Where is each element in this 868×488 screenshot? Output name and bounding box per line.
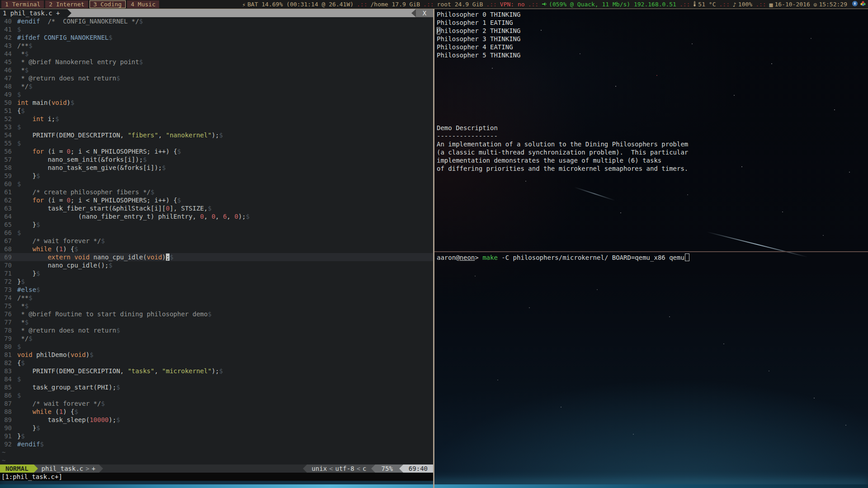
code-line-58[interactable]: 58 nano_task_sem_give(&forks[i]);$ bbox=[0, 164, 433, 172]
code-line-63[interactable]: 63 task_fiber_start(&philStack[i][0], ST… bbox=[0, 204, 433, 212]
vim-editor-window[interactable]: 1 phil_task.c + X 40#endif /* CONFIG_NAN… bbox=[0, 9, 433, 481]
code-line-82[interactable]: 82{$ bbox=[0, 359, 433, 367]
tray-pinwheel-icon[interactable] bbox=[860, 0, 866, 8]
line-number: 92 bbox=[3, 440, 12, 448]
code-line-52[interactable]: 52 int i;$ bbox=[0, 115, 433, 123]
code-line-76[interactable]: 76 * @brief Routine to start dining phil… bbox=[0, 310, 433, 318]
workspace-terminal[interactable]: 1 Terminal bbox=[1, 0, 44, 8]
code-line-59[interactable]: 59 }$ bbox=[0, 172, 433, 180]
code-line-87[interactable]: 87 /* wait forever */$ bbox=[0, 399, 433, 408]
code-line-77[interactable]: 77 *$ bbox=[0, 318, 433, 326]
eol-marker: $ bbox=[40, 441, 44, 448]
pane-divider[interactable] bbox=[433, 9, 434, 488]
code-line-46[interactable]: 46 *$ bbox=[0, 66, 433, 74]
line-number: 86 bbox=[3, 391, 12, 399]
code-line-56[interactable]: 56 for (i = 0; i < N_PHILOSOPHERS; i++) … bbox=[0, 147, 433, 155]
tray-drop-icon[interactable] bbox=[852, 0, 858, 8]
eol-marker: $ bbox=[36, 270, 40, 277]
empty-buffer-area: ~~ bbox=[0, 448, 433, 465]
code-line-60[interactable]: 60$ bbox=[0, 180, 433, 188]
code-line-40[interactable]: 40#endif /* CONFIG_NANOKERNEL */$ bbox=[0, 17, 433, 25]
code-line-62[interactable]: 62 for (i = 0; i < N_PHILOSOPHERS; i++) … bbox=[0, 196, 433, 204]
workspace-coding[interactable]: 3 Coding bbox=[90, 0, 126, 8]
scroll-percent: 75% bbox=[375, 465, 399, 473]
code-line-75[interactable]: 75 *$ bbox=[0, 302, 433, 310]
code-line-50[interactable]: 50int main(void)$ bbox=[0, 99, 433, 107]
code-line-54[interactable]: 54 PRINTF(DEMO_DESCRIPTION, "fibers", "n… bbox=[0, 131, 433, 139]
code-line-69[interactable]: 69 extern void nano_cpu_idle(void);$ bbox=[0, 253, 433, 261]
line-number: 75 bbox=[3, 302, 12, 310]
statusline-fileinfo: unix<utf-8<c bbox=[307, 465, 371, 473]
separator: .:: bbox=[752, 1, 769, 8]
code-line-70[interactable]: 70 nano_cpu_idle();$ bbox=[0, 261, 433, 269]
philosopher-status-0: Philosopher 0 THINKING bbox=[434, 10, 868, 19]
eol-marker: $ bbox=[17, 392, 21, 399]
code-lines[interactable]: 40#endif /* CONFIG_NANOKERNEL */$41$42#i… bbox=[0, 17, 433, 448]
line-number: 81 bbox=[3, 351, 12, 359]
code-line-51[interactable]: 51{$ bbox=[0, 107, 433, 115]
line-number: 52 bbox=[3, 115, 12, 123]
code-line-45[interactable]: 45 * @brief Nanokernel entry point$ bbox=[0, 58, 433, 66]
tab-arrow-separator bbox=[67, 9, 71, 17]
shell-prompt[interactable]: aaron@neon> make -C philosophers/microke… bbox=[434, 253, 868, 262]
philosopher-status-3: Philosopher 3 THINKING bbox=[434, 35, 868, 43]
code-line-44[interactable]: 44 *$ bbox=[0, 50, 433, 58]
code-line-66[interactable]: 66$ bbox=[0, 229, 433, 237]
powerline-arrow bbox=[99, 465, 103, 473]
line-number: 79 bbox=[3, 334, 12, 343]
eol-marker: $ bbox=[116, 75, 120, 82]
demo-title: Demo Description bbox=[434, 124, 868, 132]
eol-marker: $ bbox=[36, 286, 40, 293]
line-number: 68 bbox=[3, 245, 12, 253]
eol-marker: $ bbox=[25, 66, 28, 74]
close-arrow-separator bbox=[411, 9, 416, 17]
code-line-42[interactable]: 42#ifdef CONFIG_NANOKERNEL$ bbox=[0, 33, 433, 42]
code-line-88[interactable]: 88 while (1) {$ bbox=[0, 408, 433, 416]
workspace-internet[interactable]: 2 Internet bbox=[45, 0, 88, 8]
code-line-61[interactable]: 61 /* create philosopher fibers */$ bbox=[0, 188, 433, 196]
code-line-72[interactable]: 72}$ bbox=[0, 277, 433, 286]
code-line-53[interactable]: 53$ bbox=[0, 123, 433, 131]
eol-marker: $ bbox=[208, 310, 211, 318]
code-line-43[interactable]: 43/**$ bbox=[0, 42, 433, 50]
code-line-68[interactable]: 68 while (1) {$ bbox=[0, 245, 433, 253]
code-line-48[interactable]: 48 */$ bbox=[0, 82, 433, 90]
code-line-85[interactable]: 85 task_group_start(PHI);$ bbox=[0, 383, 433, 391]
code-line-57[interactable]: 57 nano_sem_init(&forks[i]);$ bbox=[0, 155, 433, 164]
line-number: 57 bbox=[3, 155, 12, 164]
code-line-89[interactable]: 89 task_sleep(10000);$ bbox=[0, 416, 433, 424]
volume-status: ♪100% bbox=[733, 1, 752, 8]
philosopher-output: Philosopher 0 THINKINGPhilosopher 1 EATI… bbox=[434, 10, 868, 59]
code-line-81[interactable]: 81void philDemo(void)$ bbox=[0, 351, 433, 359]
code-line-65[interactable]: 65 }$ bbox=[0, 221, 433, 229]
terminal-hollow-cursor: P bbox=[437, 27, 440, 34]
terminal-split-border[interactable] bbox=[434, 251, 868, 252]
code-line-86[interactable]: 86$ bbox=[0, 391, 433, 399]
code-line-84[interactable]: 84$ bbox=[0, 375, 433, 383]
terminal-window[interactable]: Philosopher 0 THINKINGPhilosopher 1 EATI… bbox=[434, 9, 868, 488]
code-line-92[interactable]: 92#endif$ bbox=[0, 440, 433, 448]
code-line-90[interactable]: 90 }$ bbox=[0, 424, 433, 432]
code-line-73[interactable]: 73#else$ bbox=[0, 286, 433, 294]
code-line-55[interactable]: 55$ bbox=[0, 139, 433, 147]
code-line-64[interactable]: 64 (nano_fiber_entry_t) philEntry, 0, 0,… bbox=[0, 212, 433, 221]
code-line-80[interactable]: 80$ bbox=[0, 343, 433, 351]
music-note-icon: ♪ bbox=[733, 1, 736, 8]
workspace-music[interactable]: 4 Music bbox=[127, 0, 159, 8]
code-line-67[interactable]: 67 /* wait forever */$ bbox=[0, 237, 433, 245]
code-line-41[interactable]: 41$ bbox=[0, 25, 433, 33]
line-number: 50 bbox=[3, 99, 12, 107]
code-line-74[interactable]: 74/**$ bbox=[0, 294, 433, 302]
code-line-83[interactable]: 83 PRINTF(DEMO_DESCRIPTION, "tasks", "mi… bbox=[0, 367, 433, 375]
code-line-49[interactable]: 49$ bbox=[0, 90, 433, 99]
code-line-71[interactable]: 71 }$ bbox=[0, 269, 433, 277]
vim-tab-phil-task[interactable]: 1 phil_task.c + bbox=[0, 9, 67, 17]
code-line-91[interactable]: 91}$ bbox=[0, 432, 433, 440]
lightning-bolt-icon: ⚡ bbox=[242, 1, 245, 8]
tab-close-button[interactable]: X bbox=[416, 9, 433, 17]
code-line-78[interactable]: 78 * @return does not return$ bbox=[0, 326, 433, 334]
code-line-47[interactable]: 47 * @return does not return$ bbox=[0, 74, 433, 82]
philosopher-status-5: Philosopher 5 THINKING bbox=[434, 51, 868, 59]
code-line-79[interactable]: 79 */$ bbox=[0, 334, 433, 343]
eol-marker: $ bbox=[36, 172, 40, 179]
